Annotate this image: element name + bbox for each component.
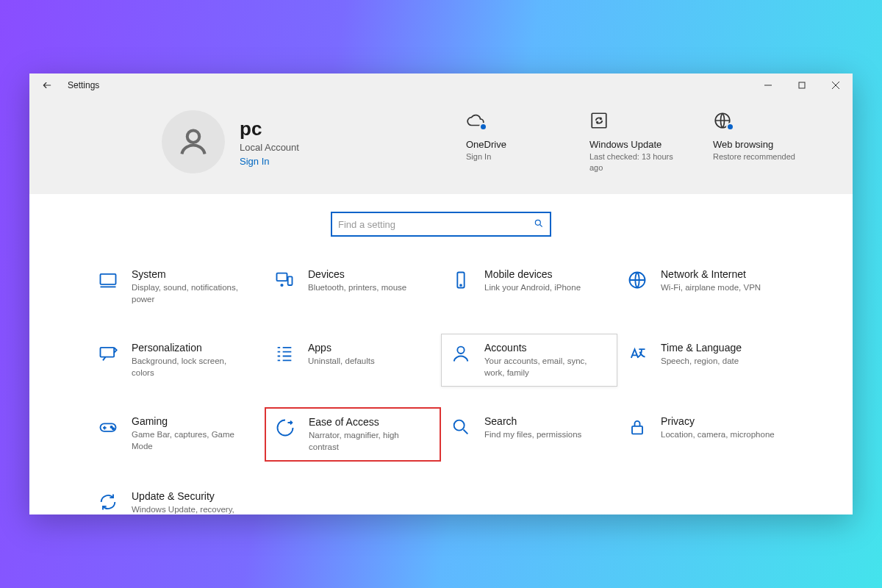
svg-rect-2 (592, 113, 606, 128)
tile-title: Gaming (132, 415, 249, 427)
tile-sub: Bluetooth, printers, mouse (308, 282, 406, 294)
status-badge (726, 123, 734, 131)
svg-point-13 (457, 347, 464, 354)
tile-title: Update & Security (132, 490, 249, 502)
close-button[interactable] (819, 74, 853, 97)
avatar[interactable] (162, 110, 225, 173)
tile-sub: Uninstall, defaults (308, 356, 375, 368)
accessibility-icon (275, 416, 298, 441)
tile-devices[interactable]: DevicesBluetooth, printers, mouse (265, 260, 441, 313)
tile-title: Ease of Access (309, 416, 426, 428)
tile-mobile[interactable]: Mobile devicesLink your Android, iPhone (441, 260, 617, 313)
window-controls (751, 74, 853, 97)
tile-privacy[interactable]: PrivacyLocation, camera, microphone (617, 407, 794, 462)
tile-update-security[interactable]: Update & SecurityWindows Update, recover… (88, 482, 265, 514)
window-title: Settings (65, 80, 99, 90)
lock-icon (627, 415, 650, 440)
tile-sub: Find my files, permissions (484, 429, 581, 441)
language-icon (627, 342, 650, 367)
titlebar: Settings (29, 74, 853, 97)
svg-point-8 (281, 284, 282, 286)
settings-window: Settings pc Local Account Sign In OneDri… (29, 74, 853, 514)
search-icon (534, 218, 544, 231)
windows-update-card[interactable]: Windows Update Last checked: 13 hours ag… (589, 111, 678, 173)
tile-title: Accounts (484, 342, 602, 354)
tile-apps[interactable]: AppsUninstall, defaults (265, 334, 441, 387)
web-browsing-card[interactable]: Web browsing Restore recommended (713, 111, 801, 173)
settings-grid: SystemDisplay, sound, notifications, pow… (29, 260, 853, 514)
svg-rect-5 (101, 274, 116, 284)
tile-sub: Your accounts, email, sync, work, family (484, 356, 602, 379)
svg-point-4 (535, 220, 540, 225)
tile-sub: Display, sound, notifications, power (132, 282, 249, 305)
minimize-button[interactable] (751, 74, 785, 97)
apps-icon (274, 342, 298, 367)
signin-link[interactable]: Sign In (240, 156, 299, 167)
web-sub: Restore recommended (713, 151, 801, 162)
tile-sub: Game Bar, captures, Game Mode (132, 429, 249, 452)
tile-title: Apps (308, 342, 375, 354)
svg-rect-7 (288, 276, 293, 285)
maximize-button[interactable] (785, 74, 819, 97)
tile-sub: Windows Update, recovery, backup (132, 504, 249, 514)
svg-point-10 (460, 284, 462, 286)
tile-title: Privacy (661, 415, 775, 427)
tile-sub: Narrator, magnifier, high contrast (309, 430, 426, 453)
status-badge (479, 123, 487, 131)
tile-title: System (132, 268, 249, 280)
tile-system[interactable]: SystemDisplay, sound, notifications, pow… (88, 260, 265, 313)
tile-accounts[interactable]: AccountsYour accounts, email, sync, work… (441, 334, 617, 387)
account-name: pc (240, 118, 299, 140)
settings-body: SystemDisplay, sound, notifications, pow… (29, 194, 853, 514)
update-sub: Last checked: 13 hours ago (589, 151, 678, 173)
svg-point-16 (112, 428, 114, 429)
tile-title: Devices (308, 268, 406, 280)
tile-sub: Background, lock screen, colors (132, 356, 249, 379)
tile-sub: Location, camera, microphone (661, 429, 775, 441)
system-icon (98, 268, 121, 293)
svg-point-1 (187, 130, 200, 143)
search-input[interactable] (338, 219, 534, 230)
tile-ease-of-access[interactable]: Ease of AccessNarrator, magnifier, high … (265, 407, 441, 462)
tile-search[interactable]: SearchFind my files, permissions (441, 407, 617, 462)
tile-title: Search (484, 415, 581, 427)
search-box[interactable] (331, 212, 551, 237)
svg-point-17 (454, 420, 465, 431)
svg-point-15 (111, 426, 112, 428)
globe-icon (627, 268, 650, 293)
tile-sub: Wi-Fi, airplane mode, VPN (661, 282, 761, 294)
svg-rect-0 (799, 82, 805, 88)
web-title: Web browsing (713, 139, 801, 150)
onedrive-title: OneDrive (466, 139, 554, 150)
phone-icon (451, 268, 474, 293)
tile-sub: Link your Android, iPhone (484, 282, 581, 294)
back-button[interactable] (29, 74, 65, 97)
devices-icon (274, 268, 298, 293)
tile-time-language[interactable]: Time & LanguageSpeech, region, date (617, 334, 794, 387)
account-info: pc Local Account Sign In (240, 118, 299, 167)
update-title: Windows Update (589, 139, 678, 150)
search-icon (451, 415, 474, 440)
person-icon (451, 342, 474, 367)
svg-rect-6 (277, 273, 287, 282)
tile-personalization[interactable]: PersonalizationBackground, lock screen, … (88, 334, 265, 387)
tile-network[interactable]: Network & InternetWi-Fi, airplane mode, … (617, 260, 794, 313)
onedrive-sub: Sign In (466, 151, 554, 162)
svg-rect-18 (632, 426, 642, 434)
account-header: pc Local Account Sign In OneDrive Sign I… (29, 97, 853, 194)
paintbrush-icon (98, 342, 121, 367)
tile-title: Mobile devices (484, 268, 581, 280)
tile-title: Time & Language (661, 342, 742, 354)
account-type: Local Account (240, 142, 299, 153)
svg-rect-12 (101, 348, 115, 357)
tile-gaming[interactable]: GamingGame Bar, captures, Game Mode (88, 407, 265, 462)
tile-title: Network & Internet (661, 268, 761, 280)
tile-sub: Speech, region, date (661, 356, 742, 368)
sync-icon (98, 490, 121, 514)
tile-title: Personalization (132, 342, 249, 354)
gamepad-icon (98, 415, 121, 440)
onedrive-card[interactable]: OneDrive Sign In (466, 111, 554, 173)
update-icon (589, 111, 609, 133)
